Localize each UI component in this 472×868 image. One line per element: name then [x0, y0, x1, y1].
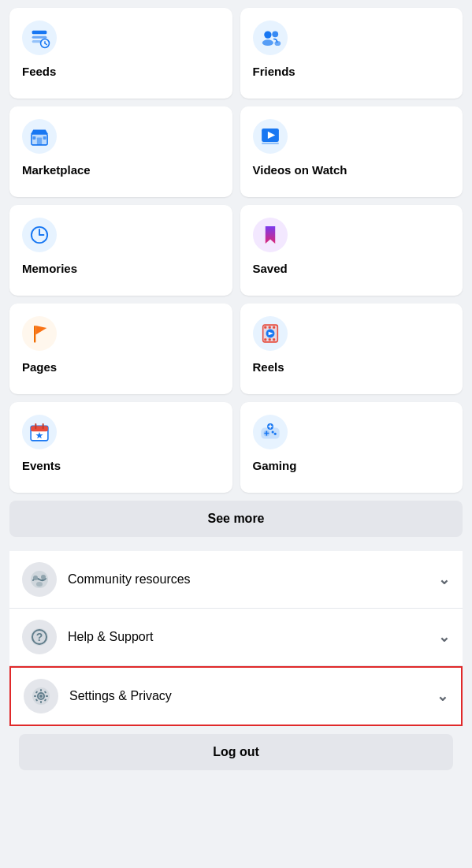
svg-rect-27	[273, 338, 275, 341]
svg-point-53	[39, 695, 43, 698]
gaming-icon	[259, 421, 281, 443]
settings-chevron: ⌄	[437, 687, 448, 705]
svg-rect-26	[268, 338, 270, 341]
see-more-button[interactable]: See more	[9, 501, 463, 537]
svg-point-39	[271, 430, 273, 433]
friends-icon-wrapper	[253, 20, 288, 55]
grid-container: Feeds Friends	[9, 8, 463, 493]
svg-rect-56	[34, 695, 36, 697]
settings-icon-wrapper	[24, 679, 58, 713]
svg-text:?: ?	[36, 631, 43, 643]
grid-item-friends[interactable]: Friends	[240, 8, 463, 99]
svg-point-9	[274, 41, 281, 46]
marketplace-label: Marketplace	[22, 163, 91, 177]
grid-item-gaming[interactable]: Gaming	[240, 402, 463, 493]
gaming-label: Gaming	[253, 459, 297, 472]
svg-point-40	[273, 433, 276, 435]
gaming-icon-wrapper	[253, 415, 288, 449]
svg-point-6	[264, 31, 271, 38]
saved-label: Saved	[253, 262, 288, 275]
svg-rect-13	[32, 136, 35, 140]
pages-label: Pages	[22, 360, 57, 374]
community-icon	[29, 569, 50, 590]
pages-icon-wrapper	[22, 316, 57, 351]
list-section: Community resources ⌄ ? Help & Support ⌄	[9, 551, 463, 726]
videos-on-watch-label: Videos on Watch	[253, 163, 347, 177]
svg-rect-19	[34, 326, 35, 343]
help-chevron: ⌄	[438, 628, 450, 646]
svg-point-8	[272, 31, 278, 37]
saved-icon	[259, 224, 281, 246]
reels-icon-wrapper	[253, 316, 288, 351]
friends-label: Friends	[253, 65, 295, 78]
list-item-settings-privacy[interactable]: Settings & Privacy ⌄	[9, 666, 463, 726]
svg-rect-55	[40, 701, 42, 703]
reels-label: Reels	[253, 360, 284, 374]
pages-icon	[28, 322, 50, 345]
svg-rect-23	[268, 326, 270, 329]
feeds-label: Feeds	[22, 65, 56, 78]
community-chevron: ⌄	[438, 571, 450, 588]
marketplace-icon-wrapper	[22, 119, 57, 154]
help-icon: ?	[29, 627, 50, 647]
section-divider	[9, 545, 463, 551]
feeds-icon-wrapper	[22, 20, 57, 55]
list-item-community-resources[interactable]: Community resources ⌄	[9, 551, 463, 609]
svg-rect-0	[32, 31, 47, 35]
grid-item-pages[interactable]: Pages	[9, 304, 232, 394]
main-container: Feeds Friends	[0, 0, 472, 786]
community-resources-label: Community resources	[68, 572, 438, 587]
grid-item-marketplace[interactable]: Marketplace	[9, 106, 232, 197]
svg-rect-12	[37, 138, 42, 145]
svg-rect-31	[31, 426, 48, 431]
reels-icon	[259, 322, 281, 345]
feeds-icon	[28, 27, 50, 49]
memories-icon	[28, 224, 50, 246]
svg-point-7	[262, 39, 273, 46]
svg-point-45	[33, 576, 38, 580]
events-label: Events	[22, 459, 61, 472]
svg-rect-1	[32, 36, 47, 39]
saved-icon-wrapper	[253, 218, 288, 252]
grid-item-memories[interactable]: Memories	[9, 205, 232, 296]
svg-rect-24	[273, 326, 275, 329]
grid-item-events[interactable]: Events	[9, 402, 232, 493]
marketplace-icon	[28, 125, 50, 147]
grid-item-videos-on-watch[interactable]: Videos on Watch	[240, 106, 463, 197]
events-icon	[28, 421, 50, 443]
grid-item-saved[interactable]: Saved	[240, 205, 463, 296]
memories-label: Memories	[22, 262, 77, 275]
svg-point-47	[36, 582, 43, 587]
community-icon-wrapper	[22, 562, 57, 597]
logout-button[interactable]: Log out	[19, 734, 453, 770]
videos-icon-wrapper	[253, 119, 288, 154]
memories-icon-wrapper	[22, 218, 57, 252]
grid-item-feeds[interactable]: Feeds	[9, 8, 232, 99]
videos-icon	[259, 125, 281, 147]
help-support-label: Help & Support	[68, 630, 438, 644]
svg-rect-57	[46, 695, 48, 697]
svg-rect-25	[264, 338, 266, 341]
svg-point-46	[41, 575, 46, 579]
events-icon-wrapper	[22, 415, 57, 449]
help-icon-wrapper: ?	[22, 620, 57, 654]
svg-rect-14	[43, 136, 46, 140]
svg-rect-22	[264, 326, 266, 329]
settings-icon	[31, 686, 51, 706]
svg-rect-54	[40, 689, 42, 691]
svg-rect-17	[262, 143, 279, 144]
settings-privacy-label: Settings & Privacy	[69, 689, 437, 703]
friends-icon	[259, 27, 281, 49]
list-item-help-support[interactable]: ? Help & Support ⌄	[9, 609, 463, 666]
grid-item-reels[interactable]: Reels	[240, 304, 463, 394]
